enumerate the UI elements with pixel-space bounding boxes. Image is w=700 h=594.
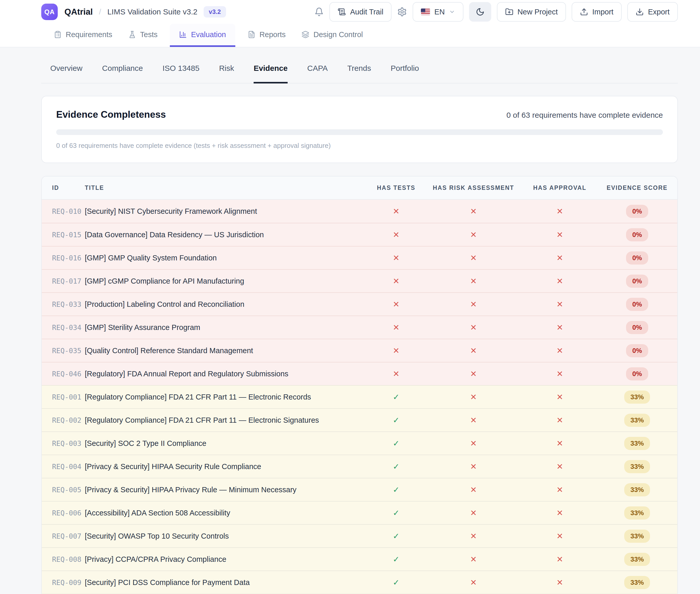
evidence-progress-track	[56, 129, 663, 135]
sub-tab-compliance[interactable]: Compliance	[102, 64, 143, 84]
has-approval-mark: ✕	[556, 439, 563, 448]
project-title: LIMS Validation Suite v3.2	[107, 7, 197, 16]
score-badge: 0%	[626, 274, 648, 288]
row-title: [Data Governance] Data Residency — US Ju…	[85, 231, 364, 239]
has-approval-mark: ✕	[556, 578, 563, 587]
has-risk-mark: ✕	[470, 277, 477, 286]
row-title: [Quality Control] Reference Standard Man…	[85, 346, 364, 355]
has-approval-mark: ✕	[556, 416, 563, 425]
sub-tab-capa[interactable]: CAPA	[307, 64, 327, 84]
row-title: [Production] Labeling Control and Reconc…	[85, 300, 364, 308]
table-row: REQ-016 [GMP] GMP Quality System Foundat…	[42, 246, 677, 269]
row-id: REQ-016	[42, 254, 85, 262]
sub-tab-overview[interactable]: Overview	[50, 64, 83, 84]
main-tab-label: Requirements	[66, 30, 113, 39]
gear-icon	[397, 7, 407, 17]
has-approval-mark: ✕	[556, 254, 563, 262]
table-row: REQ-034 [GMP] Sterility Assurance Progra…	[42, 316, 677, 339]
table-row: REQ-001 [Regulatory Compliance] FDA 21 C…	[42, 385, 677, 408]
sub-tab-portfolio[interactable]: Portfolio	[391, 64, 419, 84]
has-risk-mark: ✕	[470, 508, 477, 518]
sub-tab-label: CAPA	[307, 64, 327, 72]
table-row: REQ-009 [Security] PCI DSS Compliance fo…	[42, 570, 677, 594]
row-title: [Privacy & Security] HIPAA Privacy Rule …	[85, 486, 364, 494]
language-select[interactable]: EN	[413, 2, 463, 22]
table-row: REQ-004 [Privacy & Security] HIPAA Secur…	[42, 455, 677, 478]
new-project-button[interactable]: New Project	[497, 2, 566, 22]
score-badge: 33%	[624, 506, 650, 520]
file-text-icon	[248, 31, 255, 38]
sub-tab-label: Portfolio	[391, 64, 419, 72]
has-tests-mark: ✓	[393, 462, 400, 471]
export-label: Export	[648, 8, 670, 16]
score-badge: 0%	[626, 228, 648, 241]
version-badge: v3.2	[203, 6, 226, 18]
table-row: REQ-033 [Production] Labeling Control an…	[42, 292, 677, 316]
main-tab-tests[interactable]: Tests	[125, 24, 161, 47]
sub-tab-evidence[interactable]: Evidence	[254, 64, 288, 84]
audit-trail-button[interactable]: Audit Trail	[329, 2, 391, 22]
settings-button[interactable]	[397, 7, 407, 17]
breadcrumb-separator: /	[99, 7, 101, 16]
row-title: [Security] NIST Cybersecurity Framework …	[85, 207, 364, 216]
has-approval-mark: ✕	[556, 207, 563, 216]
has-approval-mark: ✕	[556, 532, 563, 541]
sub-tab-trends[interactable]: Trends	[347, 64, 371, 84]
has-risk-mark: ✕	[470, 416, 477, 425]
has-approval-mark: ✕	[556, 485, 563, 494]
sub-tab-risk[interactable]: Risk	[219, 64, 234, 84]
score-badge: 0%	[626, 252, 648, 265]
import-label: Import	[592, 8, 613, 16]
score-badge: 33%	[624, 530, 650, 543]
main-tab-evaluation[interactable]: Evaluation	[170, 24, 235, 47]
has-risk-mark: ✕	[470, 462, 477, 471]
row-id: REQ-017	[42, 277, 85, 285]
table-row: REQ-017 [GMP] cGMP Compliance for API Ma…	[42, 269, 677, 292]
has-approval-mark: ✕	[556, 300, 563, 309]
bell-icon	[314, 7, 324, 16]
has-tests-mark: ✕	[393, 369, 400, 378]
has-approval-mark: ✕	[556, 369, 563, 378]
scroll-icon	[338, 8, 346, 16]
score-badge: 33%	[624, 391, 650, 404]
new-project-label: New Project	[517, 8, 558, 16]
app-header: QA QAtrial / LIMS Validation Suite v3.2 …	[0, 0, 700, 47]
main-tab-label: Design Control	[313, 30, 363, 39]
evidence-card-title: Evidence Completeness	[56, 109, 166, 120]
has-risk-mark: ✕	[470, 207, 477, 216]
theme-toggle-button[interactable]	[469, 2, 491, 22]
table-row: REQ-010 [Security] NIST Cybersecurity Fr…	[42, 200, 677, 223]
has-approval-mark: ✕	[556, 555, 563, 564]
import-button[interactable]: Import	[572, 2, 622, 22]
sub-tab-label: Compliance	[102, 64, 143, 72]
score-badge: 33%	[624, 460, 650, 473]
table-row: REQ-046 [Regulatory] FDA Annual Report a…	[42, 362, 677, 385]
score-badge: 33%	[624, 553, 650, 566]
sub-tab-label: Overview	[50, 64, 83, 72]
app-logo: QA	[41, 4, 58, 20]
has-risk-mark: ✕	[470, 346, 477, 355]
main-tab-requirements[interactable]: Requirements	[50, 24, 116, 47]
export-button[interactable]: Export	[627, 2, 678, 22]
has-risk-mark: ✕	[470, 254, 477, 262]
sub-tab-iso-13485[interactable]: ISO 13485	[162, 64, 199, 84]
column-header-title: TITLE	[85, 185, 364, 191]
clipboard-icon	[54, 31, 62, 38]
has-tests-mark: ✕	[393, 323, 400, 332]
upload-icon	[580, 8, 588, 16]
row-title: [Privacy & Security] HIPAA Security Rule…	[85, 462, 364, 471]
has-risk-mark: ✕	[470, 555, 477, 564]
score-badge: 33%	[624, 576, 650, 589]
main-tab-design-control[interactable]: Design Control	[298, 24, 367, 47]
has-tests-mark: ✓	[393, 532, 400, 541]
column-header-has-risk: HAS RISK ASSESSMENT	[428, 185, 518, 191]
row-title: [Regulatory] FDA Annual Report and Regul…	[85, 370, 364, 378]
has-tests-mark: ✕	[393, 277, 400, 286]
header-actions: Audit Trail EN New Project Import	[314, 2, 678, 22]
notifications-button[interactable]	[314, 7, 324, 16]
row-id: REQ-005	[42, 486, 85, 494]
has-risk-mark: ✕	[470, 532, 477, 541]
has-tests-mark: ✕	[393, 300, 400, 309]
has-tests-mark: ✕	[393, 207, 400, 216]
main-tab-reports[interactable]: Reports	[244, 24, 289, 47]
